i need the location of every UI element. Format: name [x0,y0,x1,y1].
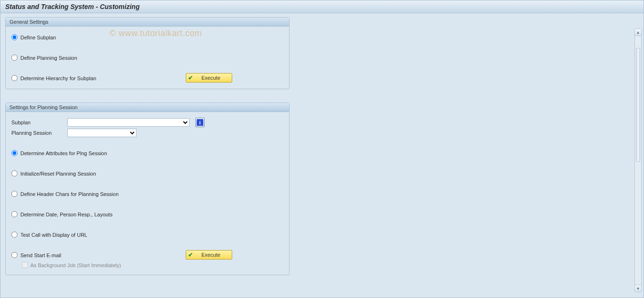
panel-header-general: General Settings [6,18,289,27]
panel-body-general: Define Subplan Define Planning Session D… [6,27,289,89]
field-row-planning-session: Planning Session [11,128,283,138]
radio-determine-hierarchy[interactable] [11,75,18,81]
radio-label: Define Header Chars for Planning Session [20,191,118,197]
scroll-up-icon[interactable]: ▲ [635,29,641,36]
execute-button-session[interactable]: ✔ Execute [186,250,232,260]
subplan-label: Subplan [11,120,67,125]
checkbox-row-background-job: As Background Job (Start Immediately) [22,262,283,268]
radio-row-define-header-chars: Define Header Chars for Planning Session [11,191,283,197]
radio-row-determine-date: Determine Date, Person Resp., Layouts [11,211,283,217]
panel-general-settings: General Settings Define Subplan Define P… [5,17,290,89]
radio-label: Test Call with Display of URL [20,232,87,238]
radio-row-send-email: Send Start E-mail ✔ Execute [11,252,283,258]
radio-row-define-session: Define Planning Session [11,55,283,61]
panel-header-session: Settings for Planning Session [6,103,289,112]
radio-define-session[interactable] [11,55,18,61]
radio-label: Determine Date, Person Resp., Layouts [20,212,112,217]
panel-body-session: Subplan i Planning Session Determine Att… [6,112,289,275]
radio-row-test-call: Test Call with Display of URL [11,232,283,238]
radio-label: Define Planning Session [20,55,77,61]
panel-session-settings: Settings for Planning Session Subplan i … [5,102,290,275]
page-title: Status and Tracking System - Customizing [0,0,644,13]
radio-row-determine-hierarchy: Determine Hierarchy for Subplan ✔ Execut… [11,75,283,81]
radio-initialize-reset[interactable] [11,170,18,177]
check-icon: ✔ [188,251,193,258]
radio-row-define-subplan: Define Subplan [11,34,283,40]
execute-button-general[interactable]: ✔ Execute [186,73,232,83]
spacer [11,139,283,147]
execute-label: Execute [201,75,220,81]
radio-define-header-chars[interactable] [11,191,18,197]
scroll-handle[interactable] [636,48,640,162]
checkbox-label: As Background Job (Start Immediately) [30,262,121,268]
subplan-dropdown[interactable] [67,118,190,127]
planning-session-label: Planning Session [11,130,67,136]
info-button[interactable]: i [195,118,205,127]
radio-test-call[interactable] [11,232,18,238]
check-icon: ✔ [188,74,193,81]
execute-label: Execute [201,252,220,258]
radio-label: Determine Hierarchy for Subplan [20,75,96,81]
radio-row-initialize-reset: Initialize/Reset Planning Session [11,170,283,177]
radio-determine-attrs[interactable] [11,150,18,156]
checkbox-background-job[interactable] [22,262,28,268]
radio-label: Send Start E-mail [20,252,61,258]
field-row-subplan: Subplan i [11,118,283,127]
vertical-scrollbar[interactable]: ▲ ▼ [635,28,642,292]
scroll-down-icon[interactable]: ▼ [635,285,641,292]
radio-send-email[interactable] [11,252,18,258]
radio-label: Determine Attributes for Plng Session [20,150,107,156]
radio-label: Initialize/Reset Planning Session [20,171,96,177]
info-icon: i [197,119,203,126]
radio-row-determine-attrs: Determine Attributes for Plng Session [11,150,283,156]
content-area: © www.tutorialkart.com General Settings … [0,13,644,297]
radio-label: Define Subplan [20,35,56,40]
radio-define-subplan[interactable] [11,34,18,40]
planning-session-dropdown[interactable] [67,129,136,137]
radio-determine-date[interactable] [11,211,18,217]
